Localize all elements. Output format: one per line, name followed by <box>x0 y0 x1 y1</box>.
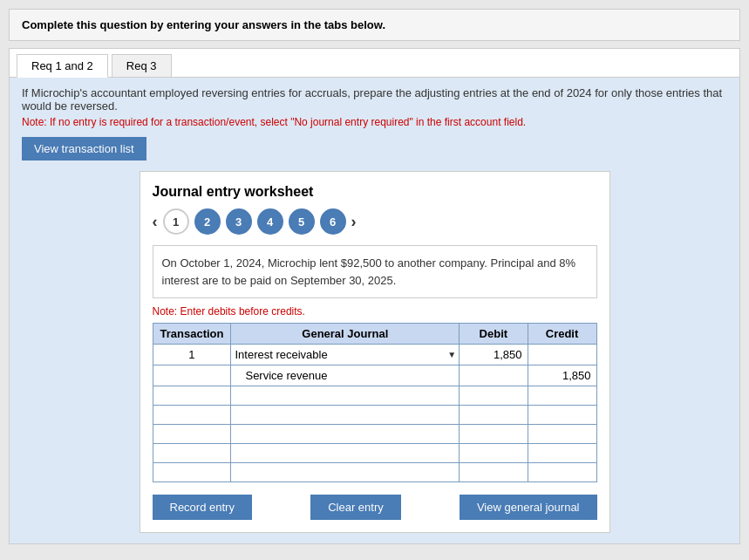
step-1-button[interactable]: 1 <box>163 208 189 235</box>
journal-button-row: Record entry Clear entry View general jo… <box>153 495 597 520</box>
transaction-cell-0: 1 <box>153 345 231 365</box>
debit-cell-4[interactable] <box>460 425 528 444</box>
col-header-credit: Credit <box>528 324 596 345</box>
debit-cell-1[interactable] <box>460 365 528 386</box>
instruction-box: Complete this question by entering your … <box>9 9 740 41</box>
transaction-cell-3 <box>153 406 231 425</box>
gj-cell-6 <box>231 463 460 482</box>
step-2-button[interactable]: 2 <box>194 208 221 235</box>
step-6-button[interactable]: 6 <box>320 208 346 235</box>
tabs-bar: Req 1 and 2 Req 3 <box>9 48 740 77</box>
transaction-cell-6 <box>153 463 231 482</box>
content-description: If Microchip's accountant employed rever… <box>22 86 727 113</box>
record-entry-button[interactable]: Record entry <box>153 495 252 520</box>
note-debit: Note: Enter debits before credits. <box>153 305 597 318</box>
gj-cell-5 <box>231 444 460 463</box>
col-header-transaction: Transaction <box>153 324 231 345</box>
step-3-button[interactable]: 3 <box>226 208 252 235</box>
debit-cell-6[interactable] <box>460 463 528 482</box>
debit-cell-5[interactable] <box>460 444 528 463</box>
content-note: Note: If no entry is required for a tran… <box>22 116 727 128</box>
credit-cell-4[interactable] <box>528 425 596 444</box>
credit-cell-5[interactable] <box>528 444 596 463</box>
credit-cell-2[interactable] <box>528 386 596 406</box>
credit-cell-1[interactable]: 1,850 <box>528 365 596 386</box>
next-step-button[interactable]: › <box>351 213 357 231</box>
journal-title: Journal entry worksheet <box>153 184 597 200</box>
clear-entry-button[interactable]: Clear entry <box>310 495 401 520</box>
gj-account-0: Interest receivable <box>231 346 445 363</box>
view-general-journal-button[interactable]: View general journal <box>460 495 597 520</box>
gj-cell-4 <box>231 425 460 444</box>
prev-step-button[interactable]: ‹ <box>153 213 158 231</box>
step-nav: ‹ 1 2 3 4 5 6 › <box>153 208 597 235</box>
instruction-text: Complete this question by entering your … <box>22 18 385 31</box>
credit-cell-0[interactable] <box>528 345 596 365</box>
transaction-cell-2 <box>153 386 231 406</box>
view-transaction-button[interactable]: View transaction list <box>22 137 146 160</box>
scenario-box: On October 1, 2024, Microchip lent $92,5… <box>153 245 597 298</box>
transaction-cell-5 <box>153 444 231 463</box>
step-5-button[interactable]: 5 <box>289 208 315 235</box>
gj-account-1: Service revenue <box>231 367 459 384</box>
journal-table: Transaction General Journal Debit Credit <box>153 323 597 482</box>
credit-cell-3[interactable] <box>528 406 596 425</box>
scenario-text: On October 1, 2024, Microchip lent $92,5… <box>162 256 576 287</box>
gj-cell-3 <box>231 406 460 425</box>
transaction-cell-1 <box>153 365 231 386</box>
step-4-button[interactable]: 4 <box>257 208 283 235</box>
debit-cell-3[interactable] <box>460 406 528 425</box>
journal-worksheet: Journal entry worksheet ‹ 1 2 3 4 5 <box>140 171 610 533</box>
debit-cell-0[interactable]: 1,850 <box>460 345 528 365</box>
col-header-debit: Debit <box>460 324 528 345</box>
content-area: If Microchip's accountant employed rever… <box>9 77 740 544</box>
gj-cell-0[interactable]: Interest receivable▼ <box>231 345 460 365</box>
gj-cell-2 <box>231 386 460 406</box>
debit-cell-2[interactable] <box>460 386 528 406</box>
tab-req1and2[interactable]: Req 1 and 2 <box>17 54 108 78</box>
credit-cell-6[interactable] <box>528 463 596 482</box>
col-header-general-journal: General Journal <box>231 324 460 345</box>
dropdown-arrow-0[interactable]: ▼ <box>445 350 459 359</box>
gj-cell-1[interactable]: Service revenue <box>231 365 460 386</box>
transaction-cell-4 <box>153 425 231 444</box>
tab-req3[interactable]: Req 3 <box>112 54 172 77</box>
